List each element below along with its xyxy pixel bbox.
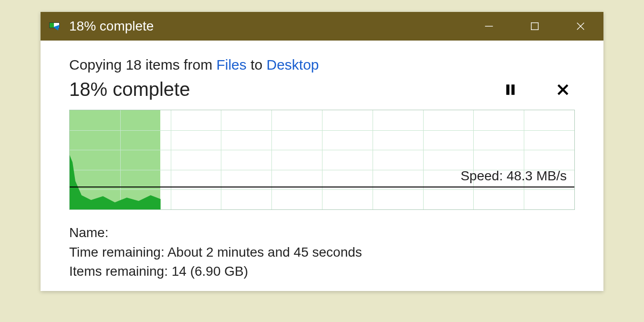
dialog-content: Copying 18 items from Files to Desktop 1… (41, 41, 603, 291)
items-remaining-label: Items remaining: (69, 264, 172, 279)
percent-complete: 18% complete (69, 79, 190, 100)
speed-curve (70, 110, 574, 209)
close-window-button[interactable] (558, 12, 603, 41)
cancel-icon (557, 83, 569, 96)
items-remaining-value: 14 (6.90 GB) (172, 264, 248, 279)
maximize-button[interactable] (512, 12, 558, 41)
status-row: 18% complete (69, 79, 575, 100)
window-controls (466, 12, 603, 41)
items-remaining-row: Items remaining: 14 (6.90 GB) (69, 262, 575, 281)
action-buttons (503, 83, 575, 97)
copy-progress-icon (49, 21, 62, 31)
source-link[interactable]: Files (216, 57, 246, 73)
maximize-icon (530, 21, 540, 31)
minimize-button[interactable] (466, 12, 512, 41)
window-title: 18% complete (69, 19, 466, 34)
svg-rect-5 (511, 84, 515, 95)
transfer-details: Name: Time remaining: About 2 minutes an… (69, 223, 575, 281)
copy-prefix: Copying 18 items from (69, 57, 216, 73)
time-remaining-label: Time remaining: (69, 245, 167, 260)
svg-rect-1 (531, 23, 539, 30)
copy-description: Copying 18 items from Files to Desktop (69, 57, 575, 73)
file-copy-dialog: 18% complete Copying 18 items from Files… (41, 12, 603, 291)
speed-label: Speed: 48.3 MB/s (460, 168, 567, 184)
svg-rect-4 (506, 84, 509, 95)
pause-button[interactable] (503, 83, 518, 97)
speed-graph[interactable]: Speed: 48.3 MB/s (69, 110, 575, 210)
name-label: Name: (69, 225, 108, 240)
time-remaining-row: Time remaining: About 2 minutes and 45 s… (69, 243, 575, 262)
name-row: Name: (69, 223, 575, 243)
destination-link[interactable]: Desktop (267, 57, 319, 73)
copy-middle: to (247, 57, 267, 73)
close-icon (575, 21, 586, 31)
minimize-icon (484, 21, 494, 31)
cancel-button[interactable] (556, 83, 570, 97)
titlebar[interactable]: 18% complete (41, 12, 603, 41)
pause-icon (504, 83, 517, 96)
time-remaining-value: About 2 minutes and 45 seconds (167, 245, 362, 260)
speed-baseline (70, 187, 574, 187)
